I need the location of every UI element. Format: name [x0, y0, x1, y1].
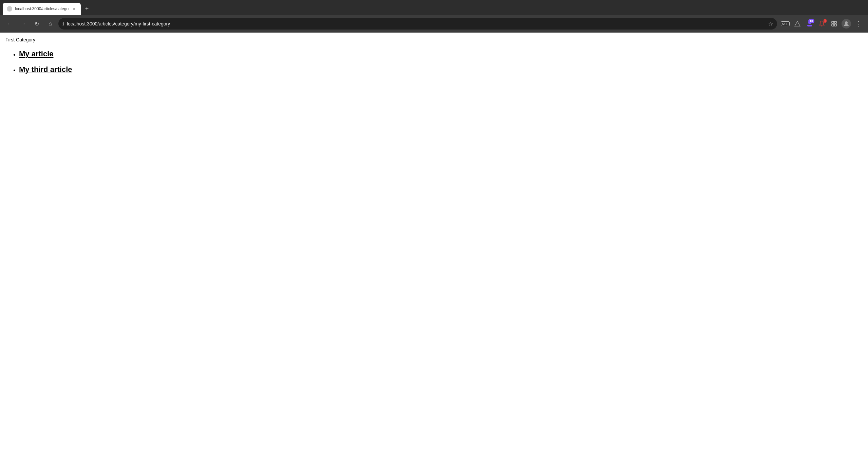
extensions-button[interactable]	[829, 18, 839, 29]
forward-button[interactable]: →	[18, 18, 29, 29]
tab-favicon	[7, 6, 12, 12]
svg-point-3	[822, 25, 823, 26]
svg-rect-2	[807, 25, 812, 26]
address-bar-container[interactable]: ℹ ☆	[58, 18, 777, 30]
active-tab[interactable]: localhost:3000/articles/catego ×	[3, 3, 81, 15]
article-link-2[interactable]: My third article	[19, 65, 72, 74]
list-item: My article	[19, 50, 863, 58]
svg-marker-0	[795, 21, 800, 26]
nav-bar: ← → ↻ ⌂ ℹ ☆ OFF	[0, 15, 868, 33]
tab-bar: localhost:3000/articles/catego × +	[0, 0, 868, 15]
tab-title: localhost:3000/articles/catego	[15, 6, 69, 11]
refresh-button[interactable]: ↻	[31, 18, 42, 29]
badge-button[interactable]: 10	[804, 18, 815, 29]
brand-icon-button[interactable]	[792, 18, 803, 29]
triangle-icon	[794, 21, 800, 27]
svg-rect-4	[832, 21, 834, 23]
screenshare-off-button[interactable]: OFF	[780, 18, 791, 29]
nav-right-icons: OFF 10 !	[780, 18, 864, 29]
notification-badge: !	[824, 19, 827, 23]
list-item: My third article	[19, 65, 863, 74]
count-badge: 10	[808, 19, 814, 23]
notification-button[interactable]: !	[816, 18, 827, 29]
off-badge: OFF	[781, 21, 790, 26]
svg-rect-5	[834, 21, 836, 23]
back-button[interactable]: ←	[4, 18, 15, 29]
lock-icon: ℹ	[62, 21, 64, 26]
profile-button[interactable]	[841, 18, 852, 29]
article-link-1[interactable]: My article	[19, 50, 54, 58]
puzzle-icon	[831, 21, 837, 27]
home-button[interactable]: ⌂	[45, 18, 56, 29]
category-title[interactable]: First Category	[5, 37, 35, 42]
profile-avatar	[842, 19, 851, 29]
page-content: First Category My article My third artic…	[0, 33, 868, 469]
articles-list: My article My third article	[5, 50, 863, 74]
tab-close-button[interactable]: ×	[71, 6, 77, 12]
svg-point-8	[845, 21, 848, 24]
address-input[interactable]	[67, 21, 766, 26]
browser-chrome: localhost:3000/articles/catego × + ← → ↻…	[0, 0, 868, 33]
svg-rect-6	[832, 24, 834, 26]
bookmark-icon[interactable]: ☆	[768, 21, 773, 27]
svg-rect-7	[834, 24, 836, 26]
menu-button[interactable]: ⋮	[853, 18, 864, 29]
new-tab-button[interactable]: +	[82, 4, 92, 14]
